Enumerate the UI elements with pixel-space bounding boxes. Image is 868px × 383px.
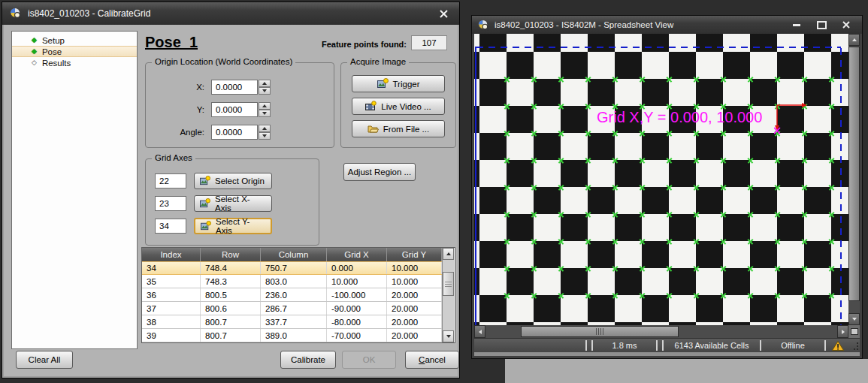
- feature-point-marker[interactable]: [720, 238, 727, 245]
- vertical-scrollbar[interactable]: [848, 34, 860, 325]
- feature-point-marker[interactable]: [585, 130, 591, 137]
- feature-point-marker[interactable]: [747, 292, 754, 299]
- scroll-down-icon[interactable]: [443, 330, 454, 342]
- close-icon[interactable]: [435, 7, 452, 20]
- feature-point-marker[interactable]: [720, 130, 727, 137]
- feature-point-marker[interactable]: [693, 265, 700, 272]
- feature-point-marker[interactable]: [666, 184, 673, 191]
- feature-point-marker[interactable]: [720, 292, 727, 299]
- spin-down-icon[interactable]: [259, 132, 271, 140]
- feature-point-marker[interactable]: [558, 103, 564, 110]
- minimize-icon[interactable]: [787, 19, 806, 31]
- live-video-button[interactable]: Live Video ...: [352, 98, 445, 115]
- feature-point-marker[interactable]: [693, 184, 700, 191]
- feature-point-marker[interactable]: [585, 238, 591, 245]
- feature-point-marker[interactable]: [693, 238, 700, 245]
- feature-point-marker[interactable]: [774, 265, 781, 272]
- feature-point-marker[interactable]: [720, 265, 727, 272]
- feature-point-marker[interactable]: [531, 103, 537, 110]
- feature-point-marker[interactable]: [747, 238, 754, 245]
- feature-point-marker[interactable]: [639, 76, 646, 83]
- feature-point-marker[interactable]: [693, 130, 700, 137]
- feature-point-marker[interactable]: [612, 76, 618, 83]
- feature-point-marker[interactable]: [504, 184, 510, 191]
- feature-point-marker[interactable]: [504, 238, 510, 245]
- feature-point-marker[interactable]: [666, 76, 673, 83]
- feature-point-marker[interactable]: [639, 130, 646, 137]
- feature-point-marker[interactable]: [666, 157, 673, 164]
- cancel-button[interactable]: Cancel: [405, 351, 459, 369]
- feature-point-marker[interactable]: [747, 184, 754, 191]
- feature-point-marker[interactable]: [639, 211, 646, 218]
- table-row[interactable]: 38800.7337.7-80.00020.000: [142, 315, 442, 329]
- feature-point-marker[interactable]: [828, 103, 835, 110]
- feature-point-marker[interactable]: [828, 157, 835, 164]
- feature-point-marker[interactable]: [720, 76, 727, 83]
- x-input[interactable]: 0.0000: [211, 80, 258, 95]
- sidebar-item-setup[interactable]: ◆ Setup: [12, 35, 137, 46]
- feature-point-marker[interactable]: [558, 184, 564, 191]
- maximize-icon[interactable]: [812, 19, 831, 31]
- select-y-axis-button[interactable]: Select Y-Axis: [194, 218, 272, 234]
- sidebar-item-results[interactable]: ◇ Results: [12, 57, 137, 68]
- col-header-grid-x[interactable]: Grid X: [327, 248, 387, 261]
- window-titlebar[interactable]: is8402_010203 - IS8402M - Spreadsheet Vi…: [472, 16, 862, 34]
- feature-point-marker[interactable]: [828, 130, 835, 137]
- table-row[interactable]: 39800.7389.0-70.00020.000: [142, 329, 442, 342]
- feature-point-marker[interactable]: [828, 238, 835, 245]
- origin-cell-input[interactable]: 22: [155, 173, 186, 188]
- resize-grip[interactable]: [850, 339, 860, 352]
- from-file-button[interactable]: From File ...: [352, 120, 445, 137]
- feature-point-marker[interactable]: [747, 265, 754, 272]
- feature-point-marker[interactable]: [774, 211, 781, 218]
- feature-point-marker[interactable]: [693, 292, 700, 299]
- angle-input[interactable]: 0.0000: [211, 125, 258, 140]
- feature-point-marker[interactable]: [666, 211, 673, 218]
- feature-point-marker[interactable]: [612, 292, 618, 299]
- select-origin-button[interactable]: Select Origin: [194, 173, 272, 189]
- spin-down-icon[interactable]: [259, 110, 271, 117]
- feature-point-marker[interactable]: [612, 265, 618, 272]
- clear-all-button[interactable]: Clear All: [16, 351, 73, 369]
- feature-point-marker[interactable]: [504, 211, 510, 218]
- feature-point-marker[interactable]: [531, 238, 537, 245]
- feature-point-marker[interactable]: [531, 76, 537, 83]
- feature-point-marker[interactable]: [585, 103, 591, 110]
- close-icon[interactable]: [836, 19, 856, 31]
- spin-up-icon[interactable]: [259, 102, 271, 110]
- feature-point-marker[interactable]: [531, 157, 537, 164]
- feature-point-marker[interactable]: [558, 238, 564, 245]
- spin-up-icon[interactable]: [259, 80, 271, 87]
- feature-point-marker[interactable]: [801, 157, 808, 164]
- y-axis-cell-input[interactable]: 34: [155, 219, 186, 234]
- feature-point-marker[interactable]: [504, 157, 510, 164]
- scroll-right-icon[interactable]: [837, 325, 848, 338]
- scroll-thumb[interactable]: [521, 326, 679, 337]
- feature-point-marker[interactable]: [639, 292, 646, 299]
- feature-point-marker[interactable]: [531, 265, 537, 272]
- feature-point-marker[interactable]: [531, 130, 537, 137]
- feature-point-marker[interactable]: [504, 265, 510, 272]
- table-row[interactable]: 37800.6286.7-90.00020.000: [142, 302, 442, 315]
- feature-point-marker[interactable]: [504, 292, 510, 299]
- feature-point-marker[interactable]: [747, 157, 754, 164]
- y-input[interactable]: 0.0000: [211, 102, 258, 117]
- feature-point-marker[interactable]: [666, 292, 673, 299]
- feature-point-marker[interactable]: [639, 184, 646, 191]
- feature-point-marker[interactable]: [774, 292, 781, 299]
- feature-point-marker[interactable]: [774, 184, 781, 191]
- table-scrollbar[interactable]: [442, 248, 454, 342]
- col-header-grid-y[interactable]: Grid Y: [387, 248, 442, 261]
- feature-point-marker[interactable]: [828, 265, 835, 272]
- feature-point-marker[interactable]: [666, 265, 673, 272]
- scroll-up-icon[interactable]: [443, 248, 454, 260]
- feature-point-marker[interactable]: [585, 292, 591, 299]
- col-header-row[interactable]: Row: [201, 248, 261, 261]
- feature-point-marker[interactable]: [585, 184, 591, 191]
- x-stepper[interactable]: [259, 80, 271, 95]
- feature-point-marker[interactable]: [585, 76, 591, 83]
- dialog-titlebar[interactable]: is8402_010203 - CalibrateGrid: [2, 2, 459, 25]
- feature-point-marker[interactable]: [801, 184, 808, 191]
- feature-point-marker[interactable]: [558, 76, 564, 83]
- feature-point-marker[interactable]: [720, 211, 727, 218]
